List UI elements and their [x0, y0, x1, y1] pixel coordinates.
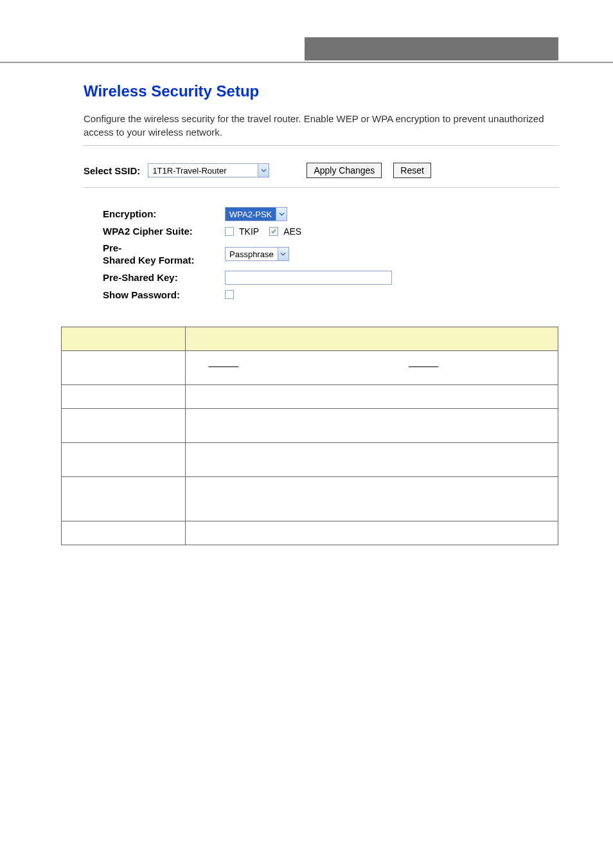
page-title: Wireless Security Setup: [84, 82, 558, 100]
table-row: [62, 409, 558, 443]
select-ssid-label: Select SSID:: [84, 165, 140, 176]
header-gray-block: [305, 37, 558, 60]
key-format-label: Pre-Shared Key Format:: [103, 242, 225, 267]
table-header-cell: [186, 327, 558, 351]
chevron-down-icon: [278, 248, 289, 260]
table-row: [62, 385, 558, 409]
description-table: [61, 327, 558, 545]
tkip-checkbox[interactable]: [225, 227, 234, 236]
aes-label: AES: [283, 226, 301, 237]
encryption-select[interactable]: WPA2-PSK: [225, 207, 287, 221]
table-row: [62, 477, 558, 521]
encryption-select-value: WPA2-PSK: [226, 208, 276, 221]
ssid-select[interactable]: 1T1R-Travel-Router: [148, 163, 269, 177]
ssid-row: Select SSID: 1T1R-Travel-Router Apply Ch…: [84, 151, 558, 188]
tkip-label: TKIP: [239, 226, 259, 237]
psk-input[interactable]: [225, 271, 392, 285]
psk-label: Pre-Shared Key:: [103, 271, 225, 284]
key-format-select-value: Passphrase: [226, 248, 278, 260]
cipher-suite-label: WPA2 Cipher Suite:: [103, 225, 225, 238]
ssid-select-value: 1T1R-Travel-Router: [148, 164, 258, 177]
chevron-down-icon: [258, 164, 269, 177]
key-format-select[interactable]: Passphrase: [225, 247, 289, 261]
table-header-cell: [62, 327, 186, 351]
show-password-label: Show Password:: [103, 289, 225, 302]
header-bar: [0, 37, 613, 63]
table-row: [62, 521, 558, 545]
aes-checkbox[interactable]: [269, 227, 278, 236]
encryption-label: Encryption:: [103, 208, 225, 221]
chevron-down-icon: [276, 208, 287, 221]
show-password-checkbox[interactable]: [225, 290, 234, 299]
page-description: Configure the wireless security for the …: [84, 112, 558, 146]
apply-changes-button[interactable]: Apply Changes: [306, 163, 382, 178]
table-row: [62, 443, 558, 477]
table-row: [62, 351, 558, 385]
reset-button[interactable]: Reset: [393, 163, 431, 178]
